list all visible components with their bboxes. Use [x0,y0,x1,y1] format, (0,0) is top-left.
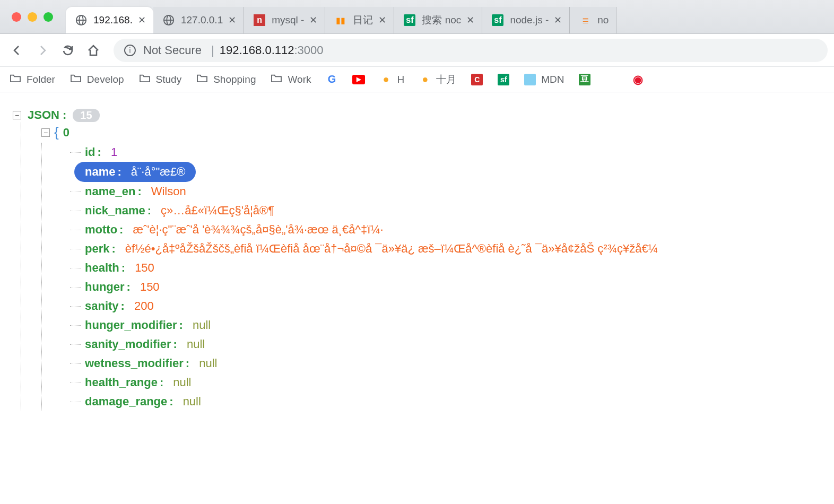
json-key: wetness_modifier [85,357,184,370]
npm-icon: n [254,14,265,26]
folder-icon [139,73,151,85]
tab-close-icon[interactable]: ✕ [138,14,146,26]
bookmark-item[interactable]: ▶ [352,75,365,84]
json-property-row[interactable]: id :1 [70,143,821,162]
bookmark-item[interactable]: Develop [70,73,124,85]
bookmark-item[interactable]: ●H [380,74,404,85]
json-property-row[interactable]: wetness_modifier :null [70,354,821,373]
home-button[interactable] [83,40,104,61]
bookmark-item[interactable]: ◉ [632,74,644,85]
close-window-button[interactable] [12,12,21,22]
collapse-toggle[interactable]: − [13,111,21,119]
tab-close-icon[interactable]: ✕ [228,14,236,26]
json-property-row[interactable]: motto :æˆ'è¦·ç"¨æˆ'å 'è¾¾¾çš„å¤§è„'å¾·æœ… [70,220,821,239]
json-property-row[interactable]: damage_range :null [70,392,821,411]
browser-tab[interactable]: nmysql - ✕ [244,7,325,33]
browser-tab[interactable]: 192.168.✕ [66,7,153,33]
json-value: null [183,395,201,409]
json-root-label: JSON : [28,108,66,122]
json-tree: − { 0 id :1name :å¨·å°"æ£®name_en :Wilso… [18,122,821,411]
json-property-row[interactable]: health :150 [70,258,821,277]
bookmark-item[interactable]: Folder [10,73,55,85]
json-value: null [187,337,205,351]
json-key: perk [85,242,109,256]
bookmark-item[interactable]: G [326,74,337,85]
tab-bar: 192.168.✕127.0.0.1✕nmysql - ✕▮▮日记✕sf搜索 n… [0,0,834,34]
address-bar[interactable]: i Not Secure | 192.168.0.112:3000 [114,39,828,62]
douban-icon: 豆 [579,74,590,85]
minimize-window-button[interactable] [28,12,37,22]
colon: : [160,376,163,389]
bean-icon: ● [419,74,431,85]
json-property-row[interactable]: name_en :Wilson [70,182,821,201]
json-viewer: − JSON : 15 − { 0 id :1name :å¨·å°"æ£®na… [0,92,834,427]
json-value: Wilson [151,185,186,198]
tab-close-icon[interactable]: ✕ [554,14,562,26]
bookmark-item[interactable]: Shopping [196,73,256,85]
forward-button[interactable] [32,40,53,61]
toolbar: i Not Secure | 192.168.0.112:3000 [0,34,834,67]
browser-tab[interactable]: 127.0.0.1✕ [153,7,244,33]
json-count-badge: 15 [73,109,99,122]
json-key: sanity_modifier [85,337,171,351]
folder-icon [196,73,208,85]
folder-icon [10,73,21,85]
bookmark-item[interactable]: sf [498,74,509,85]
tabs: 192.168.✕127.0.0.1✕nmysql - ✕▮▮日记✕sf搜索 n… [66,0,834,33]
c-icon: C [471,74,483,85]
bookmark-label: 十月 [436,73,456,86]
bookmark-item[interactable] [605,74,617,85]
json-value: ç»…å£«ï¼Œç§'å¦å®¶ [161,204,274,218]
maximize-window-button[interactable] [44,12,53,22]
back-button[interactable] [6,40,28,61]
browser-tab[interactable]: ▮▮日记✕ [325,7,394,33]
json-property-row[interactable]: hunger_modifier :null [70,316,821,335]
bookmark-item[interactable]: MDN [524,74,564,85]
tab-close-icon[interactable]: ✕ [378,14,386,26]
json-value: èf½é•¿å‡ºåŽšåŽščš„èfiå ï¼Œèfiå åœ¨å†¬å¤©… [125,242,658,256]
weibo-icon: ◉ [632,74,644,85]
colon: : [121,299,125,313]
bookmark-bar: FolderDevelopStudyShoppingWorkG▶●H●十月Csf… [0,67,834,92]
globe-icon [75,14,87,26]
url-host: 192.168.0.112 [220,44,294,57]
json-key: name [85,165,115,179]
json-object-header[interactable]: − { 0 [41,122,821,143]
json-value: null [199,357,217,370]
browser-tab[interactable]: sf搜索 noc✕ [394,7,482,33]
json-property-row[interactable]: health_range :null [70,373,821,392]
colon: : [111,242,115,256]
reload-button[interactable] [57,40,79,61]
json-value: 1 [111,145,117,159]
site-info-icon[interactable]: i [124,45,136,56]
collapse-toggle[interactable]: − [41,128,50,137]
bookmark-item[interactable]: C [471,74,483,85]
json-value: å¨·å°"æ£® [131,165,186,179]
bookmark-item[interactable]: Study [139,73,182,85]
tab-close-icon[interactable]: ✕ [309,14,317,26]
colon: : [119,223,123,237]
colon: : [147,204,151,218]
json-property-row[interactable]: nick_name :ç»…å£«ï¼Œç§'å¦å®¶ [70,201,821,220]
bookmark-label: Study [156,74,182,85]
json-key: hunger_modifier [85,318,177,332]
tab-close-icon[interactable]: ✕ [466,14,474,26]
browser-tab[interactable]: sfnode.js - ✕ [482,7,570,33]
json-property-row[interactable]: perk :èf½é•¿å‡ºåŽšåŽščš„èfiå ï¼Œèfiå åœ¨… [70,239,821,258]
json-key: health [85,261,119,275]
book-icon: ▮▮ [335,14,346,26]
bookmark-item[interactable]: Work [271,73,311,85]
json-key: sanity [85,299,119,313]
browser-tab[interactable]: ≣no [570,7,616,33]
json-property-row[interactable]: sanity_modifier :null [70,335,821,354]
colon: : [179,318,183,332]
folder-icon [70,73,82,85]
json-value: null [193,318,211,332]
json-property-row[interactable]: sanity :200 [70,297,821,316]
bookmark-item[interactable]: 豆 [579,74,590,85]
array-index: 0 [63,126,70,140]
json-property-row[interactable]: hunger :150 [70,277,821,297]
json-root-row[interactable]: − JSON : 15 [13,108,821,122]
json-property-row[interactable]: name :å¨·å°"æ£® [74,162,196,182]
bookmark-item[interactable]: ●十月 [419,73,456,86]
